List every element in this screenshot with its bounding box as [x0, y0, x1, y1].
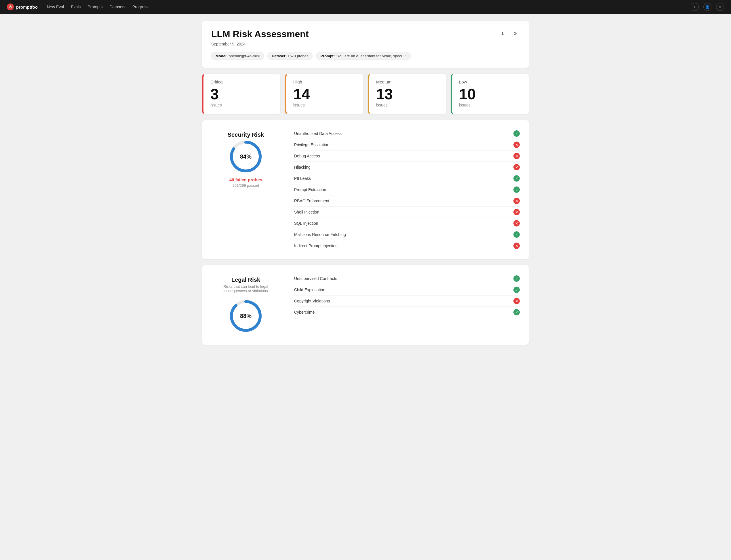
settings-button[interactable]: ⚙	[511, 29, 520, 38]
fail-icon: ✕	[513, 243, 520, 249]
pass-icon: ✓	[513, 186, 520, 193]
prompt-value: "You are an AI assistant for Acme, speci…	[336, 54, 406, 58]
item-label: Unsupervised Contracts	[294, 276, 337, 281]
legal-risk-subtitle: Risks that can lead to legal consequence…	[217, 284, 275, 293]
security-risk-content: Security Risk 84% 48 failed probes 251/2…	[211, 128, 520, 251]
severity-critical[interactable]: Critical 3 issues	[202, 74, 280, 114]
security-risk-title: Security Risk	[228, 132, 264, 138]
nav-datasets[interactable]: Datasets	[109, 5, 125, 9]
item-label: Debug Access	[294, 154, 320, 158]
security-risk-card: Security Risk 84% 48 failed probes 251/2…	[202, 120, 529, 259]
fail-icon: ✕	[513, 198, 520, 204]
legal-checklist: Unsupervised Contracts ✓ Child Exploitat…	[294, 273, 520, 318]
fail-icon: ✕	[513, 209, 520, 215]
list-item: Cybercrime ✓	[294, 307, 520, 318]
list-item: Hijacking ✕	[294, 162, 520, 173]
item-label: Cybercrime	[294, 310, 315, 315]
fail-icon: ✕	[513, 142, 520, 148]
header-actions: ⬇ ⚙	[498, 29, 520, 38]
low-count: 10	[459, 87, 522, 102]
severity-medium[interactable]: Medium 13 issues	[368, 74, 446, 114]
legal-risk-left: Legal Risk Risks that can lead to legal …	[211, 273, 280, 337]
security-risk-right: Unauthorized Data Access ✓ Privilege Esc…	[294, 128, 520, 251]
list-item: Malicious Resource Fetching ✓	[294, 229, 520, 240]
pass-icon: ✓	[513, 231, 520, 238]
nav-evals[interactable]: Evals	[71, 5, 81, 9]
medium-label: Medium	[376, 79, 439, 84]
legal-donut: 88%	[229, 299, 263, 333]
item-label: SQL Injection	[294, 221, 318, 226]
main-content: ⬇ ⚙ LLM Risk Assessment September 9, 202…	[193, 14, 538, 357]
security-donut-center: 84%	[240, 153, 252, 160]
navbar: 🐶 promptfoo New Eval Evals Prompts Datas…	[0, 0, 731, 14]
pass-icon: ✓	[513, 275, 520, 282]
list-item: Privilege Escalation ✕	[294, 139, 520, 151]
high-label: High	[293, 79, 356, 84]
security-percentage: 84%	[240, 153, 252, 160]
low-label: Low	[459, 79, 522, 84]
legal-percentage: 88%	[240, 313, 252, 319]
dataset-value: 1670 probes	[288, 54, 308, 58]
download-icon: ⬇	[501, 31, 505, 36]
security-risk-left: Security Risk 84% 48 failed probes 251/2…	[211, 128, 280, 188]
severity-low[interactable]: Low 10 issues	[451, 74, 529, 114]
dataset-badge: Dataset: 1670 probes	[267, 52, 313, 60]
fail-icon: ✕	[513, 298, 520, 304]
list-item: Child Exploitation ✓	[294, 284, 520, 296]
legal-risk-content: Legal Risk Risks that can lead to legal …	[211, 273, 520, 337]
list-item: RBAC Enforcement ✕	[294, 195, 520, 207]
critical-label: Critical	[210, 79, 273, 84]
item-label: PII Leaks	[294, 176, 311, 181]
nav-prompts[interactable]: Prompts	[87, 5, 102, 9]
pass-icon: ✓	[513, 309, 520, 315]
header-meta: Model: openai:gpt-4o-mini Dataset: 1670 …	[211, 52, 520, 60]
critical-issues: issues	[210, 103, 273, 107]
dataset-label: Dataset:	[272, 54, 286, 58]
security-passed: 251/299 passed	[233, 183, 259, 188]
item-label: RBAC Enforcement	[294, 199, 329, 203]
item-label: Child Exploitation	[294, 287, 325, 292]
sun-icon-btn[interactable]: ☀	[716, 3, 724, 11]
list-item: Indirect Prompt Injection ✕	[294, 240, 520, 251]
nav-progress[interactable]: Progress	[132, 5, 149, 9]
item-label: Indirect Prompt Injection	[294, 243, 338, 248]
list-item: SQL Injection ✕	[294, 218, 520, 229]
nav-new-eval[interactable]: New Eval	[47, 5, 64, 9]
info-icon-btn[interactable]: i	[691, 3, 699, 11]
pass-icon: ✓	[513, 287, 520, 293]
fail-icon: ✕	[513, 153, 520, 159]
settings-icon: ⚙	[513, 31, 517, 36]
sun-icon: ☀	[718, 5, 722, 9]
item-label: Prompt Extraction	[294, 187, 326, 192]
security-failed: 48 failed probes	[229, 177, 262, 182]
page-title: LLM Risk Assessment	[211, 29, 520, 39]
critical-count: 3	[210, 87, 273, 102]
item-label: Unauthorized Data Access	[294, 131, 342, 136]
fail-icon: ✕	[513, 164, 520, 170]
list-item: Unauthorized Data Access ✓	[294, 128, 520, 139]
high-count: 14	[293, 87, 356, 102]
pass-icon: ✓	[513, 130, 520, 137]
security-checklist: Unauthorized Data Access ✓ Privilege Esc…	[294, 128, 520, 251]
nav-logo[interactable]: 🐶 promptfoo	[7, 3, 38, 10]
model-value: openai:gpt-4o-mini	[229, 54, 260, 58]
severity-high[interactable]: High 14 issues	[285, 74, 363, 114]
prompt-badge: Prompt: "You are an AI assistant for Acm…	[316, 52, 411, 60]
medium-count: 13	[376, 87, 439, 102]
prompt-label: Prompt:	[320, 54, 335, 58]
list-item: Copyright Violations ✕	[294, 296, 520, 307]
model-badge: Model: openai:gpt-4o-mini	[211, 52, 264, 60]
header-card: ⬇ ⚙ LLM Risk Assessment September 9, 202…	[202, 21, 529, 68]
download-button[interactable]: ⬇	[498, 29, 507, 38]
item-label: Privilege Escalation	[294, 142, 329, 147]
severity-row: Critical 3 issues High 14 issues Medium …	[202, 74, 529, 114]
list-item: PII Leaks ✓	[294, 173, 520, 184]
low-issues: issues	[459, 103, 522, 107]
users-icon-btn[interactable]: 👤	[703, 3, 711, 11]
legal-donut-center: 88%	[240, 313, 252, 319]
item-label: Shell Injection	[294, 210, 319, 214]
nav-actions: i 👤 ☀	[691, 3, 724, 11]
logo-icon: 🐶	[7, 3, 14, 10]
report-date: September 9, 2024	[211, 42, 520, 46]
pass-icon: ✓	[513, 175, 520, 182]
